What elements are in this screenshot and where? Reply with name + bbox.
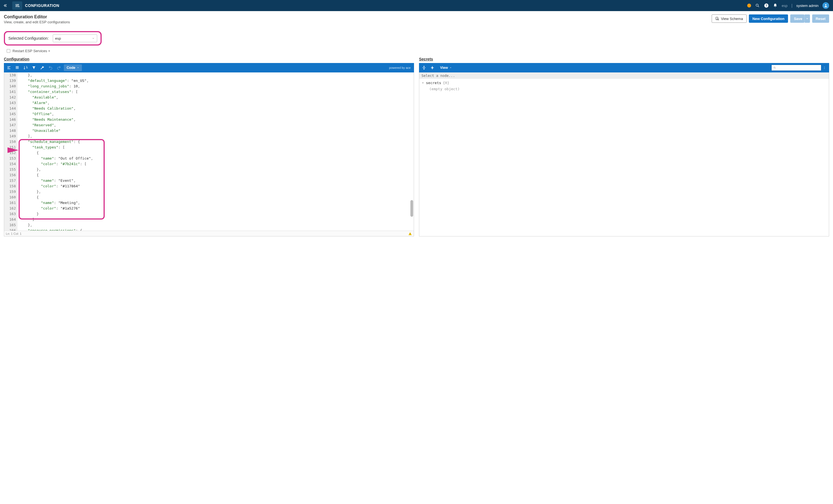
tree-root-suffix: {0} [443, 80, 449, 86]
editor-statusbar: Ln: 1 Col: 1 [4, 231, 414, 236]
mode-dropdown[interactable]: Code [64, 65, 82, 71]
view-label: View [440, 66, 448, 70]
svg-point-8 [717, 19, 719, 20]
restart-checkbox[interactable] [7, 49, 10, 53]
config-select[interactable]: esp [53, 34, 97, 42]
search-nav [823, 66, 826, 70]
secrets-toolbar: View [419, 63, 829, 72]
svg-point-11 [774, 67, 775, 68]
selected-config-row: Selected Configuration: esp [0, 28, 833, 47]
tree-root-label: secrets [426, 80, 441, 86]
search-icon [773, 66, 776, 69]
bell-icon[interactable] [773, 3, 778, 8]
secrets-column: Secrets View Select a node... [419, 57, 829, 236]
secrets-body: Select a node... secrets {0} (empty obje… [419, 72, 829, 236]
save-button[interactable]: Save [790, 15, 804, 23]
page-header: Configuration Editor View, create, and e… [0, 11, 833, 28]
configuration-header: Configuration [4, 57, 414, 61]
annotation-arrow-icon [7, 147, 19, 153]
svg-text:?: ? [765, 4, 767, 7]
svg-point-2 [19, 6, 19, 7]
view-schema-label: View Schema [721, 17, 743, 21]
svg-point-6 [825, 4, 827, 5]
status-dot-icon[interactable] [747, 4, 751, 7]
save-label: Save [794, 17, 802, 21]
undo-icon[interactable] [47, 65, 54, 71]
avatar[interactable] [823, 2, 829, 9]
svg-point-1 [16, 5, 17, 6]
mode-label: Code [67, 66, 75, 70]
tree-empty-label: (empty object) [422, 86, 827, 92]
save-dropdown-button[interactable] [804, 15, 810, 23]
secrets-header: Secrets [419, 57, 829, 61]
repair-icon[interactable] [39, 65, 46, 71]
chevron-down-icon [806, 17, 809, 20]
cursor-position: Ln: 1 Col: 1 [6, 232, 21, 235]
page-subtitle: View, create, and edit ESP configuration… [4, 20, 70, 24]
code-editor[interactable]: 1381391401411421431441451461471481491501… [4, 72, 414, 231]
restart-row: Restart ESP Services + [0, 47, 833, 57]
caret-down-icon[interactable] [422, 82, 424, 84]
secrets-search-input[interactable] [778, 66, 819, 70]
page-header-actions: View Schema New Configuration Save Reset [712, 15, 829, 24]
view-dropdown[interactable]: View [437, 65, 455, 71]
new-configuration-button[interactable]: New Configuration [749, 15, 788, 23]
help-icon[interactable]: ? [764, 3, 769, 8]
prev-result-icon[interactable] [823, 68, 826, 70]
chevron-down-icon [450, 67, 452, 69]
restart-label: Restart ESP Services + [13, 49, 50, 53]
new-configuration-label: New Configuration [753, 17, 785, 21]
back-button[interactable] [0, 0, 11, 11]
configuration-icon [12, 1, 22, 10]
warning-icon[interactable] [408, 232, 412, 236]
page-title: Configuration Editor [4, 15, 70, 20]
select-node-hint: Select a node... [419, 72, 829, 79]
navbar: CONFIGURATION ? esp | system admin [0, 0, 833, 11]
configuration-column: Configuration Code powered by ace 138139… [4, 57, 414, 236]
svg-rect-9 [410, 233, 410, 234]
sliders-icon [15, 3, 20, 8]
user-name[interactable]: system admin [796, 4, 818, 8]
config-select-value: esp [55, 36, 61, 41]
selected-config-highlight: Selected Configuration: esp [4, 31, 102, 46]
editor-wrap: 1381391401411421431441451461471481491501… [4, 72, 414, 236]
nav-divider: | [791, 3, 792, 8]
sort-icon[interactable] [22, 65, 29, 71]
navbar-title: CONFIGURATION [25, 3, 60, 8]
tree-root-row[interactable]: secrets {0} [422, 80, 827, 86]
search-icon[interactable] [755, 3, 760, 8]
navbar-left: CONFIGURATION [0, 0, 60, 11]
secrets-search[interactable] [771, 65, 822, 71]
selected-config-label: Selected Configuration: [8, 36, 49, 41]
user-icon [824, 4, 828, 7]
format-icon[interactable] [5, 65, 12, 71]
expand-all-icon[interactable] [421, 65, 427, 71]
svg-rect-10 [410, 234, 410, 234]
compact-icon[interactable] [14, 65, 21, 71]
tenant-label: esp [782, 4, 787, 8]
powered-by-label: powered by ace [389, 66, 411, 69]
chevron-down-icon [92, 37, 95, 40]
reset-label: Reset [816, 17, 826, 21]
svg-point-0 [18, 4, 19, 5]
svg-point-3 [756, 4, 758, 6]
editor-toolbar: Code powered by ace [4, 63, 414, 72]
reset-button[interactable]: Reset [812, 15, 829, 23]
next-result-icon[interactable] [823, 66, 826, 68]
document-search-icon [715, 17, 719, 21]
page-header-left: Configuration Editor View, create, and e… [4, 15, 70, 24]
chevron-down-icon [77, 67, 79, 69]
vertical-scrollbar-thumb[interactable] [410, 200, 413, 217]
code-area[interactable]: }, "default_language": "en_US", "long_ru… [18, 72, 414, 231]
filter-icon[interactable] [30, 65, 37, 71]
redo-icon[interactable] [55, 65, 62, 71]
secrets-tree[interactable]: secrets {0} (empty object) [419, 79, 829, 93]
collapse-all-icon[interactable] [429, 65, 436, 71]
view-schema-button[interactable]: View Schema [712, 15, 746, 23]
chevron-double-left-icon [3, 3, 8, 8]
navbar-right: ? esp | system admin [747, 2, 833, 9]
editor-columns: Configuration Code powered by ace 138139… [0, 57, 833, 240]
